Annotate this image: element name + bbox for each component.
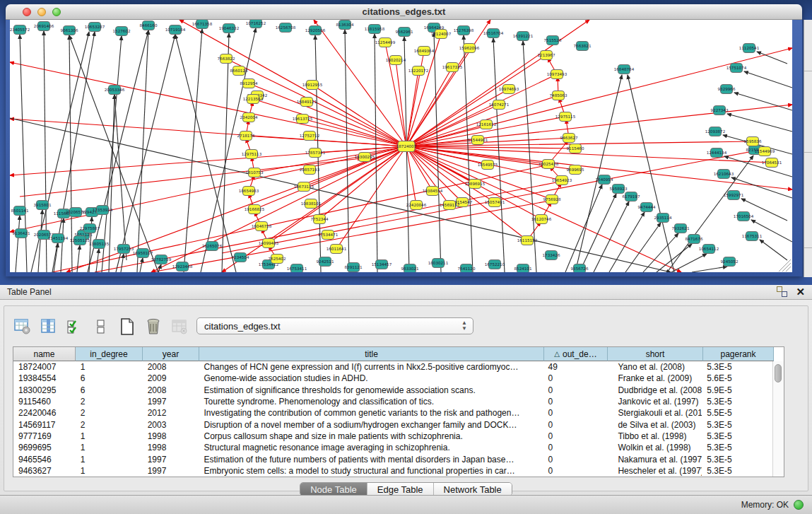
float-panel-icon[interactable] xyxy=(777,286,787,297)
table-scrollbar-thumb[interactable] xyxy=(775,364,782,382)
graph-node[interactable]: 9245052 xyxy=(721,257,739,267)
graph-node[interactable]: 12920506 xyxy=(305,26,326,35)
graph-node[interactable]: 8501141 xyxy=(11,206,29,216)
graph-node[interactable]: 2935114 xyxy=(654,214,672,223)
column-header-short[interactable]: short xyxy=(608,347,703,361)
table-row[interactable]: 969969511998Structural magnetic resonanc… xyxy=(13,442,772,453)
tab-network-table[interactable]: Network Table xyxy=(434,483,512,496)
graph-node[interactable]: 9833021 xyxy=(401,264,419,273)
graph-node[interactable]: 9227343 xyxy=(711,106,729,115)
graph-node[interactable]: 16848784 xyxy=(614,65,635,74)
close-panel-icon[interactable]: ✕ xyxy=(796,286,805,297)
graph-node[interactable]: 12975115 xyxy=(555,112,576,122)
graph-node[interactable]: 9474444 xyxy=(638,203,656,212)
graph-node[interactable]: 9329966 xyxy=(718,85,736,94)
graph-node[interactable]: 1640954 xyxy=(596,175,613,185)
column-header-out_de[interactable]: △out_de… xyxy=(544,347,608,361)
column-header-in_degree[interactable]: in_degree xyxy=(76,347,143,361)
graph-node[interactable]: 10974693 xyxy=(499,85,519,94)
tab-edge-table[interactable]: Edge Table xyxy=(367,483,434,496)
graph-node[interactable]: 7234504 xyxy=(232,253,249,262)
table-column-button[interactable] xyxy=(39,317,59,337)
graph-node[interactable]: 16849121 xyxy=(297,98,317,107)
graph-node[interactable]: 9562961 xyxy=(396,28,413,37)
graph-node[interactable]: 12444134 xyxy=(707,148,727,158)
graph-node[interactable]: 20857193 xyxy=(300,165,320,175)
graph-node[interactable]: 18020214 xyxy=(386,56,406,65)
graph-node[interactable]: 3915801 xyxy=(34,201,52,210)
graph-node[interactable]: 9756928 xyxy=(543,195,561,204)
graph-node[interactable]: 13805135 xyxy=(89,240,110,249)
network-window-titlebar[interactable]: citations_edges.txt xyxy=(6,4,802,20)
table-row[interactable]: 1938455462009Genome-wide association stu… xyxy=(13,373,772,384)
table-row[interactable]: 2242004622012Investigating the contribut… xyxy=(13,407,772,419)
graph-node[interactable]: 9061306 xyxy=(61,26,78,35)
graph-node[interactable]: 18030211 xyxy=(428,259,449,268)
graph-node[interactable]: 16391221 xyxy=(513,32,534,41)
column-header-pagerank[interactable]: pagerank xyxy=(703,347,774,361)
graph-node[interactable]: 16849364 xyxy=(414,47,435,56)
graph-node[interactable]: 5958923 xyxy=(610,185,628,194)
graph-node[interactable]: 18516704 xyxy=(483,29,504,38)
graph-node[interactable]: 9463627 xyxy=(560,134,578,143)
graph-node[interactable]: 8136304 xyxy=(336,21,354,30)
graph-node[interactable]: 17957253 xyxy=(114,245,134,254)
close-window-button[interactable] xyxy=(23,8,31,16)
graph-node[interactable]: 12093872 xyxy=(705,127,725,136)
graph-node[interactable]: 19046332 xyxy=(219,24,239,33)
graph-node[interactable]: 11254499 xyxy=(375,38,396,47)
graph-node[interactable]: 10654112 xyxy=(699,245,719,254)
network-canvas[interactable]: 2340557220691406906130610653287152760284… xyxy=(10,20,792,272)
delete-trash-button[interactable] xyxy=(143,317,163,337)
graph-node[interactable]: 16753411 xyxy=(287,264,307,273)
graph-node[interactable]: 8471676 xyxy=(686,235,703,244)
graph-node[interactable]: 7663822 xyxy=(218,54,235,64)
graph-node[interactable]: 7515526 xyxy=(544,36,562,45)
graph-node[interactable]: 9136421 xyxy=(13,229,30,238)
graph-node[interactable]: 15751074 xyxy=(726,64,747,73)
zoom-window-button[interactable] xyxy=(52,8,61,16)
table-row[interactable]: 977716911998Corpus callosum shape and si… xyxy=(13,431,772,442)
graph-node[interactable]: 16011641 xyxy=(326,245,347,254)
graph-node[interactable]: 11815958 xyxy=(365,25,385,34)
graph-node[interactable]: 16752210 xyxy=(485,260,505,269)
graph-node[interactable]: 18912955 xyxy=(302,81,323,90)
graph-node[interactable]: 16046758 xyxy=(252,222,272,231)
graph-node[interactable]: 8391121 xyxy=(345,263,363,272)
graph-node[interactable]: 13220172 xyxy=(408,66,428,76)
graph-node[interactable]: 1213967 xyxy=(538,51,555,60)
graph-node[interactable]: 18724007 xyxy=(396,141,417,152)
graph-node[interactable]: 7485063 xyxy=(550,91,567,100)
table-row[interactable]: 946554611997Estimation of the future num… xyxy=(13,453,772,465)
graph-node[interactable]: 15962096 xyxy=(459,44,480,53)
table-settings-button[interactable] xyxy=(13,317,33,337)
table-row[interactable]: 911546021997Tourette syndrome. Phenomeno… xyxy=(13,396,772,407)
graph-node[interactable]: 19384554 xyxy=(423,187,443,196)
graph-node[interactable]: 20053346 xyxy=(105,86,125,95)
tab-node-table[interactable]: Node Table xyxy=(300,483,367,496)
graph-node[interactable]: 23405572 xyxy=(10,25,30,35)
canvas-resize-handle[interactable] xyxy=(779,259,791,271)
column-header-name[interactable]: name xyxy=(13,347,76,361)
graph-node[interactable]: 2718176 xyxy=(237,132,255,141)
clear-list-button[interactable] xyxy=(91,317,111,337)
graph-node[interactable]: 7625402 xyxy=(269,255,286,264)
graph-node[interactable]: 10653287 xyxy=(85,23,105,32)
table-row[interactable]: 1872400712008Changes of HCN gene express… xyxy=(13,361,772,373)
graph-node[interactable]: 8912954 xyxy=(240,79,258,88)
delete-table-disabled-button[interactable] xyxy=(170,317,189,337)
graph-node[interactable]: 16210643 xyxy=(714,170,734,179)
graph-node[interactable]: 16120746 xyxy=(531,215,552,224)
graph-node[interactable]: 19654923 xyxy=(552,176,572,185)
graph-node[interactable]: 10716252 xyxy=(246,20,266,28)
table-row[interactable]: 1830029562008Estimation of significance … xyxy=(13,385,772,396)
graph-node[interactable]: 18654983 xyxy=(239,187,259,196)
column-header-title[interactable]: title xyxy=(199,347,544,361)
graph-node[interactable]: 20691406 xyxy=(34,22,54,31)
graph-node[interactable]: 18549575 xyxy=(478,160,498,170)
graph-node[interactable]: 15276398 xyxy=(454,26,474,35)
graph-node[interactable]: 9242511 xyxy=(317,257,334,267)
table-scrollbar[interactable] xyxy=(772,361,784,477)
graph-node[interactable]: 8524101 xyxy=(514,264,532,273)
graph-node[interactable]: 1527602 xyxy=(113,27,131,36)
